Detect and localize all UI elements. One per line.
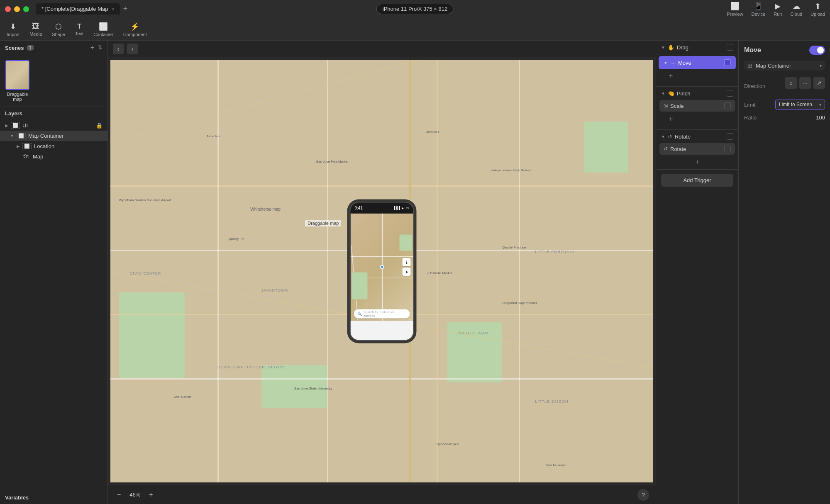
drag-trigger-header[interactable]: ▼ ✋ Drag (656, 41, 738, 54)
variables-section[interactable]: Variables (0, 491, 107, 504)
shape-label: Shape (52, 32, 65, 37)
layer-map[interactable]: 🗺 Map (0, 151, 107, 162)
direction-diagonal-button[interactable]: ↗ (813, 77, 825, 89)
import-label: Import (7, 32, 20, 37)
layer-location[interactable]: ▶ ⬜ Location (0, 141, 107, 151)
direction-vertical-button[interactable]: ↕ (785, 77, 797, 89)
move-checkbox[interactable] (724, 59, 731, 66)
component-tool[interactable]: ⚡ Component (123, 22, 147, 37)
nav-back-button[interactable]: ‹ (113, 44, 124, 54)
scene-thumb-map-preview (6, 61, 29, 89)
pinch-checkbox[interactable] (727, 90, 733, 97)
media-icon: 🖼 (32, 22, 39, 31)
rotate-checkbox[interactable] (727, 133, 733, 140)
battery-icon: ▭ (406, 206, 409, 210)
target-container-icon: ⊞ (747, 62, 752, 69)
chaparral-label: Chaparral Supermarket (502, 301, 537, 305)
upload-icon: ⬆ (815, 2, 821, 11)
device-label: iPhone 11 Pro/X 375 × 812 (376, 4, 454, 14)
direction-horizontal-button[interactable]: ↔ (799, 77, 811, 89)
add-trigger-button[interactable]: Add Trigger (661, 174, 733, 187)
road-v2 (327, 57, 328, 485)
run-action[interactable]: ▶ Run (774, 2, 782, 17)
cloud-action[interactable]: ☁ Cloud (790, 2, 802, 17)
preview-action[interactable]: ⬜ Preview (727, 2, 743, 17)
phone-map-content: ℹ ➤ 🔍 Search for a place or address (351, 213, 413, 321)
move-trigger-left: ▼ ↔ Move (664, 60, 691, 66)
canvas-toolbar: ‹ › (108, 41, 656, 57)
layer-ui[interactable]: ▶ ⬜ UI 🔒 (0, 120, 107, 131)
device-selector[interactable]: iPhone 11 Pro/X 375 × 812 (376, 4, 454, 14)
move-add-action[interactable]: + (659, 70, 736, 84)
move-trigger-header[interactable]: ▼ ↔ Move (659, 56, 736, 69)
shape-tool[interactable]: ⬡ Shape (52, 22, 65, 37)
little-saigon-label: LITTLE SAIGON (535, 399, 569, 404)
help-button[interactable]: ? (637, 489, 649, 501)
add-scene-icon[interactable]: + (90, 44, 94, 51)
rotate-trigger-header[interactable]: ▼ ↺ Rotate (656, 130, 738, 143)
upload-label: Upload (810, 12, 825, 17)
canvas-wrapper[interactable]: LUNA PARK JAPANTOWN CIVIC CENTER LITTLE … (108, 57, 656, 485)
map-container-arrow: ▼ (10, 134, 14, 138)
prop-header: Move (744, 46, 825, 55)
phone-park2 (399, 235, 412, 251)
device-action[interactable]: 📱 Device (752, 2, 766, 17)
window-controls (5, 6, 29, 12)
layer-map-container[interactable]: ▼ ⬜ Map Container (0, 131, 107, 141)
import-tool[interactable]: ⬇ Import (7, 22, 20, 37)
layer-ui-label: UI (22, 122, 28, 129)
prop-title: Move (744, 46, 761, 54)
phone-info-btn[interactable]: ℹ (403, 258, 411, 266)
target-chevron-icon: ▾ (820, 63, 822, 68)
upload-action[interactable]: ⬆ Upload (810, 2, 825, 17)
tab-close-icon[interactable]: × (111, 7, 114, 12)
phone-time: 9:41 (355, 206, 363, 210)
maximize-button[interactable] (23, 6, 29, 12)
add-tab-button[interactable]: + (122, 5, 129, 13)
text-tool[interactable]: T Text (75, 23, 83, 36)
phone-search-bar[interactable]: 🔍 Search for a place or address (354, 309, 410, 318)
independence-label: Independence High School (491, 168, 531, 172)
media-tool[interactable]: 🖼 Media (29, 22, 42, 37)
scale-checkbox[interactable] (724, 102, 731, 109)
scenes-sort-icon[interactable]: ⇅ (98, 44, 103, 51)
pinch-add-action[interactable]: + (659, 113, 736, 127)
scale-action[interactable]: ⇲ Scale (659, 100, 735, 112)
sap-label: SAP Center (173, 395, 191, 399)
zoom-out-button[interactable]: − (115, 490, 123, 499)
rotate-add-icon[interactable]: + (695, 158, 700, 167)
pinch-trigger-header[interactable]: ▼ 🤏 Pinch (656, 87, 738, 100)
container-tool[interactable]: ⬜ Container (93, 22, 113, 37)
container-icon: ⬜ (99, 22, 108, 31)
scene-thumb-image (5, 60, 29, 90)
canvas-border-right (653, 57, 656, 485)
close-button[interactable] (5, 6, 11, 12)
phone-location-btn[interactable]: ➤ (403, 268, 411, 276)
rotate-action-checkbox[interactable] (724, 146, 731, 152)
active-tab[interactable]: * [Complete]Draggable Map × (36, 3, 120, 15)
lock-icon: 🔒 (96, 122, 103, 129)
limit-row: Limit Limit to Screen ▾ (744, 100, 825, 110)
limit-chevron-icon: ▾ (819, 102, 821, 107)
layer-map-label: Map (33, 153, 43, 160)
map-type-icon: 🗺 (23, 153, 29, 160)
phone-frame: 9:41 ▐▐▐ ▲ ▭ (350, 202, 414, 341)
minimize-button[interactable] (14, 6, 20, 12)
left-panel: Scenes 1 + ⇅ Draggable map Layers ▶ (0, 41, 108, 504)
direction-buttons: ↕ ↔ ↗ (785, 77, 825, 89)
interactions-panel: ▼ ✋ Drag ▼ ↔ Move + (656, 41, 739, 504)
scene-thumbnails: Draggable map (0, 55, 107, 107)
zoom-in-button[interactable]: + (146, 490, 155, 499)
road-h1 (108, 185, 656, 187)
scene-thumb-item[interactable]: Draggable map (5, 60, 30, 102)
ratio-label: Ratio (744, 114, 757, 121)
toggle-switch[interactable] (809, 46, 825, 55)
location-frame-icon: ⬜ (22, 143, 32, 149)
drag-checkbox[interactable] (727, 44, 733, 51)
titlebar-actions: ⬜ Preview 📱 Device ▶ Run ☁ Cloud ⬆ Uploa… (727, 2, 825, 17)
scenes-title: Scenes 1 (5, 45, 34, 51)
prop-target[interactable]: ⊞ Map Container ▾ (744, 61, 825, 71)
nav-forward-button[interactable]: › (127, 44, 138, 54)
limit-select[interactable]: Limit to Screen ▾ (775, 100, 825, 110)
rotate-action[interactable]: ↺ Rotate (659, 143, 735, 155)
